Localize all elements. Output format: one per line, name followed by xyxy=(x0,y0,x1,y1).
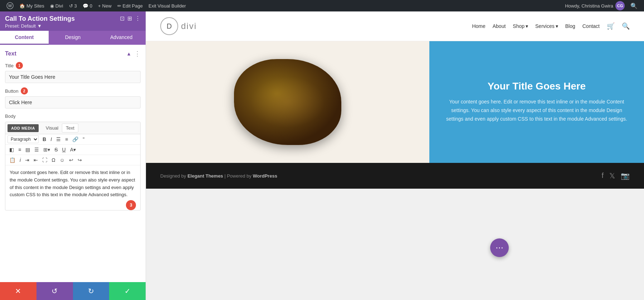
user-avatar: CG xyxy=(615,1,625,10)
shop-chevron-icon: ▾ xyxy=(526,23,528,29)
svg-text:W: W xyxy=(8,4,12,8)
italic2-button[interactable]: i xyxy=(18,156,23,164)
site-header: D divi Home About Shop ▾ Services ▾ Blog… xyxy=(146,11,644,41)
editor-tab-visual[interactable]: Visual xyxy=(42,124,62,132)
editor-tab-text[interactable]: Text xyxy=(62,124,78,132)
twitter-icon[interactable]: 𝕏 xyxy=(609,171,615,180)
editor-top-bar: ADD MEDIA Visual Text xyxy=(5,122,140,134)
add-media-button[interactable]: ADD MEDIA xyxy=(8,124,39,132)
cancel-button[interactable]: ✕ xyxy=(0,282,36,300)
nav-home[interactable]: Home xyxy=(472,23,485,29)
instagram-icon[interactable]: 📷 xyxy=(621,171,630,180)
indent-button[interactable]: ⇥ xyxy=(23,156,31,164)
hero-section: Your Title Goes Here Your content goes h… xyxy=(146,41,644,163)
admin-bar-updates[interactable]: ↺ 3 xyxy=(66,0,80,11)
site-footer: Designed by Elegant Themes | Powered by … xyxy=(146,163,644,189)
align-center-button[interactable]: ≡ xyxy=(16,146,23,154)
panel-expand-icon[interactable]: ⊞ xyxy=(127,15,132,22)
preview-area: D divi Home About Shop ▾ Services ▾ Blog… xyxy=(146,11,644,300)
fab-button[interactable]: ⋯ xyxy=(490,238,509,257)
panel-header: Call To Action Settings Preset: Default … xyxy=(0,11,146,31)
section-collapse-icon[interactable]: ▲ xyxy=(126,51,131,57)
tab-design[interactable]: Design xyxy=(49,31,97,45)
editor-toolbar-row3: 📋 i ⇥ ⇤ ⛶ Ω ☺ ↩ ↪ xyxy=(5,155,140,165)
panel-title: Call To Action Settings xyxy=(5,15,75,23)
nav-shop[interactable]: Shop ▾ xyxy=(513,23,528,29)
preset-chevron-icon: ▼ xyxy=(37,23,42,29)
panel-minimize-icon[interactable]: ⊡ xyxy=(120,15,125,22)
nav-blog[interactable]: Blog xyxy=(565,23,575,29)
site-nav: Home About Shop ▾ Services ▾ Blog Contac… xyxy=(472,22,630,30)
divi-icon: ◉ xyxy=(50,3,54,9)
nav-contact[interactable]: Contact xyxy=(582,23,600,29)
blockquote-button[interactable]: " xyxy=(81,135,86,143)
wp-logo[interactable]: W xyxy=(4,0,16,11)
table-button[interactable]: ⊞▾ xyxy=(42,146,52,154)
section-controls: ▲ ⋮ xyxy=(126,50,141,58)
admin-bar-divi[interactable]: ◉ Divi xyxy=(47,0,66,11)
save-button[interactable]: ✓ xyxy=(109,282,146,300)
home-icon: 🏠 xyxy=(19,3,25,9)
nav-about[interactable]: About xyxy=(493,23,506,29)
justify-button[interactable]: ☰ xyxy=(33,146,41,154)
admin-search-icon[interactable]: 🔍 xyxy=(628,3,640,9)
tab-advanced[interactable]: Advanced xyxy=(97,31,146,45)
align-right-button[interactable]: ▤ xyxy=(24,146,32,154)
ol-button[interactable]: ≡ xyxy=(63,135,70,143)
cart-icon[interactable]: 🛒 xyxy=(607,22,615,30)
paragraph-select[interactable]: Paragraph xyxy=(8,135,39,143)
strikethrough-button[interactable]: S xyxy=(53,146,59,154)
section-menu-icon[interactable]: ⋮ xyxy=(134,50,141,58)
admin-bar-exit-builder[interactable]: Exit Visual Builder xyxy=(146,0,189,11)
body-step-badge: 3 xyxy=(126,200,136,210)
italic-button[interactable]: I xyxy=(49,135,54,143)
editor-toolbar-row1: Paragraph B I ☰ ≡ 🔗 " xyxy=(5,134,140,145)
emoji-button[interactable]: ☺ xyxy=(58,156,67,164)
fullscreen-button[interactable]: ⛶ xyxy=(40,156,49,164)
hero-cta-body: Your content goes here. Edit or remove t… xyxy=(444,98,630,123)
paste-text-button[interactable]: 📋 xyxy=(8,156,17,164)
body-field-label: Body xyxy=(5,113,141,119)
admin-bar-user[interactable]: Howdy, Christina Gwira CG xyxy=(562,1,628,10)
settings-panel: Call To Action Settings Preset: Default … xyxy=(0,11,146,300)
outdent-button[interactable]: ⇤ xyxy=(32,156,40,164)
editor-toolbar-row2: ◧ ≡ ▤ ☰ ⊞▾ S U A▾ xyxy=(5,145,140,155)
services-chevron-icon: ▾ xyxy=(556,23,558,29)
button-field-label: Button 2 xyxy=(5,87,141,95)
hero-image-area xyxy=(146,41,429,163)
underline-button[interactable]: U xyxy=(60,146,68,154)
updates-icon: ↺ xyxy=(69,3,73,9)
admin-bar-mysites[interactable]: 🏠 My Sites xyxy=(16,0,47,11)
undo-button[interactable]: ↺ xyxy=(36,282,73,300)
admin-bar-new[interactable]: + New xyxy=(95,0,114,11)
align-left-button[interactable]: ◧ xyxy=(8,146,16,154)
panel-bottom-bar: ✕ ↺ ↻ ✓ xyxy=(0,282,146,300)
redo-editor-button[interactable]: ↪ xyxy=(76,156,84,164)
button-input[interactable] xyxy=(5,96,141,108)
title-input[interactable] xyxy=(5,71,141,83)
site-logo: D divi xyxy=(160,17,197,35)
panel-content: Text ▲ ⋮ Title 1 Button 2 Body ADD MEDIA xyxy=(0,45,146,282)
nav-services[interactable]: Services ▾ xyxy=(535,23,558,29)
admin-bar-comments[interactable]: 💬 0 xyxy=(80,0,95,11)
panel-header-icons: ⊡ ⊞ ⋮ xyxy=(120,15,141,22)
footer-social: f 𝕏 📷 xyxy=(601,171,630,180)
ul-button[interactable]: ☰ xyxy=(54,135,63,143)
panel-more-icon[interactable]: ⋮ xyxy=(135,15,141,22)
bold-button[interactable]: B xyxy=(41,135,48,143)
title-field-label: Title 1 xyxy=(5,62,141,69)
redo-button[interactable]: ↻ xyxy=(73,282,109,300)
undo-editor-button[interactable]: ↩ xyxy=(67,156,75,164)
text-color-button[interactable]: A▾ xyxy=(68,146,78,154)
edit-icon: ✏ xyxy=(117,3,121,9)
special-char-button[interactable]: Ω xyxy=(50,156,57,164)
tab-content[interactable]: Content xyxy=(0,31,49,45)
link-button[interactable]: 🔗 xyxy=(70,135,80,143)
editor-body-text[interactable]: Your content goes here. Edit or remove t… xyxy=(5,165,140,208)
comments-icon: 💬 xyxy=(83,3,88,9)
search-icon[interactable]: 🔍 xyxy=(622,22,630,30)
facebook-icon[interactable]: f xyxy=(601,171,604,180)
text-section-title: Text xyxy=(5,50,16,57)
admin-bar-edit-page[interactable]: ✏ Edit Page xyxy=(114,0,146,11)
main-layout: Call To Action Settings Preset: Default … xyxy=(0,11,644,300)
